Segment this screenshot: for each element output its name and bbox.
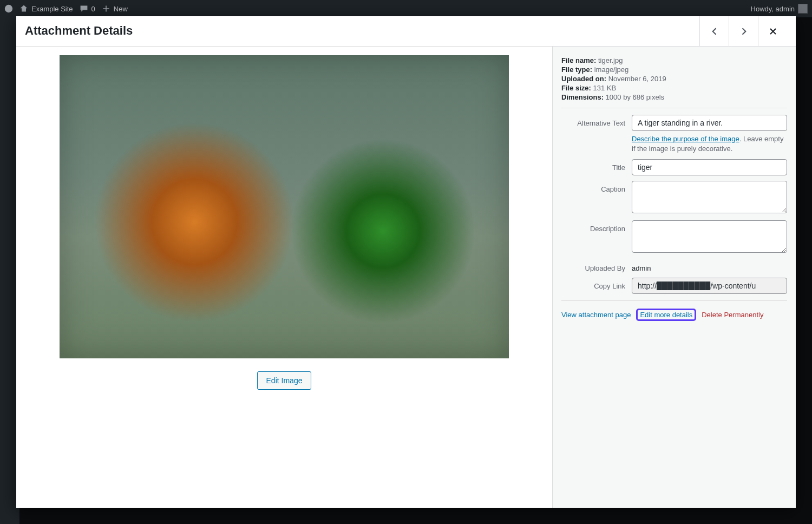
modal-title: Attachment Details: [25, 24, 133, 38]
uploaded-on-value: November 6, 2019: [608, 75, 666, 83]
svg-point-0: [5, 5, 12, 12]
file-type-label: File type:: [561, 66, 592, 74]
uploaded-by-value: admin: [632, 260, 787, 272]
caption-textarea[interactable]: [632, 181, 787, 213]
howdy-link[interactable]: Howdy, admin: [751, 4, 808, 14]
file-size-label: File size:: [561, 84, 591, 92]
avatar: [798, 4, 808, 14]
plus-icon: [102, 4, 110, 13]
comments-link[interactable]: 0: [80, 4, 95, 13]
chevron-left-icon: [709, 26, 720, 37]
home-icon: [19, 4, 28, 13]
attachment-details-modal: Attachment Details Edit Image File name:…: [16, 16, 796, 508]
attachment-image: [60, 55, 509, 358]
caption-label: Caption: [561, 181, 632, 193]
new-label: New: [114, 5, 128, 13]
alt-text-label: Alternative Text: [561, 115, 632, 127]
media-preview-pane: Edit Image: [16, 47, 552, 508]
site-name: Example Site: [31, 5, 73, 13]
howdy-text: Howdy, admin: [751, 5, 795, 13]
file-type-value: image/jpeg: [594, 66, 629, 74]
modal-nav: [699, 16, 787, 46]
close-icon: [768, 26, 778, 37]
view-attachment-link[interactable]: View attachment page: [561, 311, 631, 319]
alt-text-hint-link[interactable]: Describe the purpose of the image: [632, 135, 739, 143]
title-input[interactable]: [632, 159, 787, 175]
separator: [561, 108, 787, 108]
wp-logo-icon[interactable]: [4, 4, 13, 13]
title-label: Title: [561, 159, 632, 172]
chevron-right-icon: [738, 26, 749, 37]
copy-link-label: Copy Link: [561, 278, 632, 290]
modal-header: Attachment Details: [16, 16, 796, 47]
copy-link-input[interactable]: [632, 278, 787, 294]
next-button[interactable]: [729, 16, 758, 46]
dimensions-value: 1000 by 686 pixels: [606, 93, 664, 101]
dimensions-label: Dimensions:: [561, 93, 604, 101]
delete-permanently-link[interactable]: Delete Permanently: [702, 311, 763, 319]
description-label: Description: [561, 220, 632, 233]
file-size-value: 131 KB: [593, 84, 617, 92]
file-name-label: File name:: [561, 56, 596, 64]
prev-button[interactable]: [699, 16, 729, 46]
edit-more-highlight: Edit more details: [636, 309, 696, 321]
separator: [561, 300, 787, 301]
alt-text-hint: Describe the purpose of the image. Leave…: [632, 134, 787, 154]
attachment-sidebar: File name: tiger.jpg File type: image/jp…: [552, 47, 796, 508]
new-content-link[interactable]: New: [102, 4, 128, 13]
close-button[interactable]: [758, 16, 787, 46]
uploaded-on-label: Uploaded on:: [561, 75, 606, 83]
comments-count: 0: [91, 5, 95, 13]
alt-text-input[interactable]: [632, 115, 787, 131]
file-name-value: tiger.jpg: [598, 56, 623, 64]
edit-more-details-link[interactable]: Edit more details: [640, 311, 692, 319]
comment-icon: [80, 4, 88, 13]
description-textarea[interactable]: [632, 220, 787, 253]
site-home-link[interactable]: Example Site: [19, 4, 73, 13]
attachment-actions: View attachment page Edit more details D…: [561, 309, 787, 321]
edit-image-button[interactable]: Edit Image: [257, 371, 312, 390]
admin-bar: Example Site 0 New Howdy, admin: [0, 0, 812, 17]
attachment-meta: File name: tiger.jpg File type: image/jp…: [561, 56, 787, 101]
uploaded-by-label: Uploaded By: [561, 260, 632, 272]
